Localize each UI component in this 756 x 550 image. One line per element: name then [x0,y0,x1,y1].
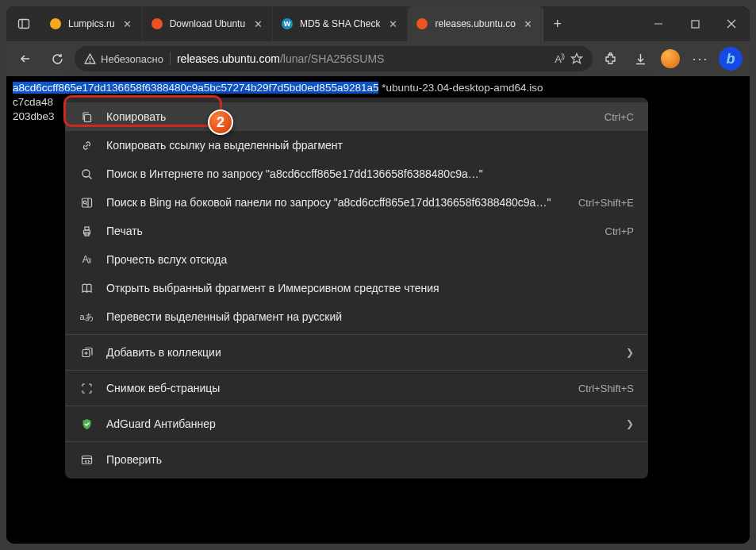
separator [65,441,648,442]
ctx-shortcut: Ctrl+Shift+E [578,197,634,209]
ctx-adguard[interactable]: AdGuard Антибаннер ❯ [65,410,648,438]
tab-2[interactable]: W MD5 & SHA Check ✕ [273,6,408,41]
ctx-shortcut: Ctrl+C [604,111,634,123]
print-icon [79,224,94,238]
ctx-translate[interactable]: aあ Перевести выделенный фрагмент на русс… [65,302,648,331]
svg-point-14 [83,170,90,177]
ctx-print[interactable]: Печать Ctrl+P [65,217,648,245]
ctx-shortcut: Ctrl+P [605,225,634,237]
ctx-label: Копировать [106,110,592,123]
separator [65,406,648,406]
svg-line-19 [86,203,87,204]
svg-rect-26 [82,456,91,463]
ctx-add-to-collections[interactable]: Добавить в коллекции ❯ [65,338,648,367]
svg-marker-9 [572,54,582,63]
svg-rect-0 [19,20,29,29]
tab-1[interactable]: Download Ubuntu ✕ [143,6,273,41]
ctx-label: Проверить [106,453,634,466]
ctx-inspect[interactable]: Проверить [65,445,648,474]
profile-button[interactable] [656,44,685,73]
maximize-button[interactable] [677,6,713,41]
svg-point-8 [90,61,91,63]
insecure-indicator[interactable]: Небезопасно [84,53,163,65]
titlebar: Lumpics.ru ✕ Download Ubuntu ✕ W MD5 & S… [6,6,750,41]
ctx-web-capture[interactable]: Снимок веб-страницы Ctrl+Shift+S [65,374,648,402]
insecure-label: Небезопасно [101,53,163,65]
close-icon[interactable]: ✕ [251,17,264,30]
toolbar: Небезопасно releases.ubuntu.com/lunar/SH… [6,41,750,76]
ctx-label: Снимок веб-страницы [106,382,566,394]
collections-icon [79,345,94,360]
ctx-search-web[interactable]: Поиск в Интернете по запросу "a8cd6ccff8… [65,160,648,188]
separator [65,334,648,335]
favicon-icon [49,17,62,30]
extensions-button[interactable] [596,44,624,73]
refresh-button[interactable] [43,44,71,73]
svg-rect-21 [85,227,89,230]
favicon-icon [416,17,428,30]
separator [65,370,648,371]
shield-icon [79,417,94,431]
tab-label: releases.ubuntu.co [435,18,515,29]
window-controls [640,6,750,41]
menu-button[interactable]: ··· [686,44,715,73]
tab-0[interactable]: Lumpics.ru ✕ [41,6,143,41]
svg-rect-3 [692,21,699,28]
warning-icon [84,53,96,65]
ctx-label: Поиск в Bing на боковой панели по запрос… [106,196,566,209]
bing-icon: b [719,47,743,71]
toolbar-right: ··· b [596,44,745,73]
search-icon [79,167,94,181]
favicon-icon: W [281,17,294,30]
reader-icon[interactable]: A)) [555,52,564,65]
ctx-copy-link-highlight[interactable]: Копировать ссылку на выделенный фрагмент [65,131,648,160]
minimize-button[interactable] [640,6,677,41]
translate-icon: aあ [79,310,94,324]
svg-point-18 [83,201,86,204]
chevron-right-icon: ❯ [626,347,634,358]
close-icon[interactable]: ✕ [522,17,535,30]
vertical-tabs-button[interactable] [6,6,41,41]
book-icon [79,281,94,295]
close-icon[interactable]: ✕ [121,17,134,30]
ctx-immersive-reader[interactable]: Открыть выбранный фрагмент в Иммерсивном… [65,274,648,302]
line-3: 203dbe3 [13,110,55,122]
ctx-label: Перевести выделенный фрагмент на русский [106,310,634,323]
inspect-icon [79,452,94,467]
bing-button[interactable]: b [716,44,745,73]
ctx-label: Добавить в коллекции [106,346,613,359]
close-icon[interactable]: ✕ [386,17,399,30]
svg-point-10 [609,52,612,55]
annotation-badge: 2 [208,110,233,135]
context-menu: Копировать Ctrl+C Копировать ссылку на в… [65,98,648,479]
svg-rect-13 [84,114,90,121]
tab-label: Download Ubuntu [170,18,245,29]
copy-icon [79,110,94,124]
chevron-right-icon: ❯ [626,418,634,429]
favorite-icon[interactable] [570,52,583,65]
ctx-label: Копировать ссылку на выделенный фрагмент [106,139,634,152]
orange-icon [661,49,680,68]
tab-3[interactable]: releases.ubuntu.co ✕ [408,6,543,41]
sidebar-search-icon [79,195,94,210]
ctx-label: Прочесть вслух отсюда [106,253,634,266]
close-window-button[interactable] [713,6,750,41]
tab-label: Lumpics.ru [68,18,115,29]
ctx-read-aloud[interactable]: A)) Прочесть вслух отсюда [65,245,648,274]
ctx-label: AdGuard Антибаннер [106,417,613,430]
downloads-button[interactable] [626,44,654,73]
filename-1: *ubuntu-23.04-desktop-amd64.iso [378,82,543,94]
line-2: c7cda48 [13,96,53,108]
new-tab-button[interactable]: + [543,6,572,41]
favicon-icon [151,17,163,30]
address-bar[interactable]: Небезопасно releases.ubuntu.com/lunar/SH… [75,46,593,71]
url-text: releases.ubuntu.com/lunar/SHA256SUMS [177,52,548,65]
back-button[interactable] [11,44,40,73]
ctx-copy[interactable]: Копировать Ctrl+C [65,102,648,131]
read-aloud-icon: A)) [79,252,94,267]
tab-strip: Lumpics.ru ✕ Download Ubuntu ✕ W MD5 & S… [41,6,640,41]
tab-label: MD5 & SHA Check [300,18,380,29]
ctx-search-bing-sidebar[interactable]: Поиск в Bing на боковой панели по запрос… [65,188,648,217]
separator [170,52,171,65]
selected-hash: a8cd6ccff865e17dd136658f6388480c9a5bc572… [13,82,378,94]
